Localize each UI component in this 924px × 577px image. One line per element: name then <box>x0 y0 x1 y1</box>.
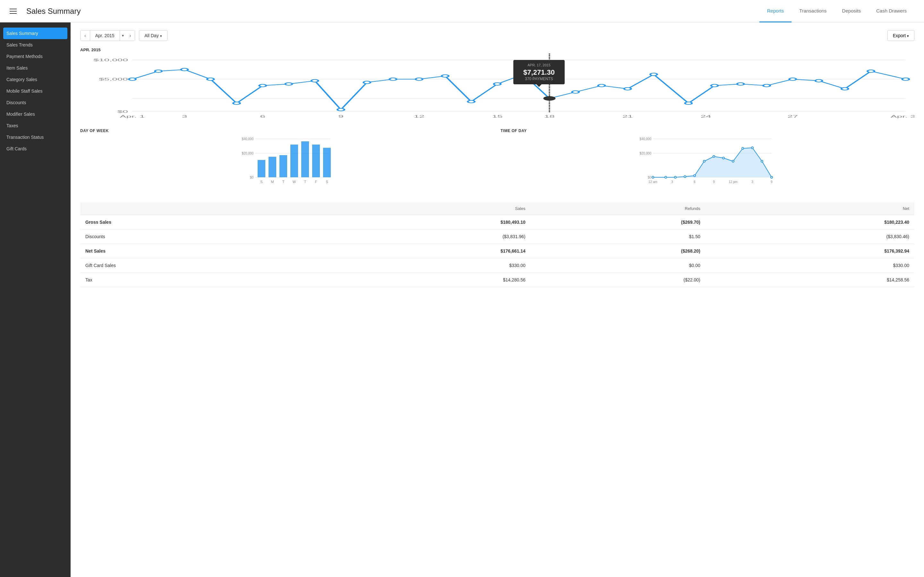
sidebar-item-transaction-status[interactable]: Transaction Status <box>0 131 71 143</box>
sidebar-item-category-sales[interactable]: Category Sales <box>0 74 71 85</box>
sidebar-item-modifier-sales[interactable]: Modifier Sales <box>0 108 71 120</box>
table-row: Tax $14,280.56 ($22.00) $14,258.56 <box>80 273 914 287</box>
svg-text:$0: $0 <box>118 110 128 113</box>
svg-point-77 <box>665 176 667 178</box>
day-chart-svg: $40,000 $20,000 $0 S M T <box>80 135 494 193</box>
next-date-button[interactable]: › <box>126 31 135 41</box>
export-button[interactable]: Export ▾ <box>887 30 914 41</box>
row-net: $180,223.40 <box>706 215 914 229</box>
svg-point-16 <box>363 81 371 84</box>
svg-text:3: 3 <box>182 114 187 118</box>
svg-text:$20,000: $20,000 <box>640 152 652 155</box>
svg-point-20 <box>468 100 475 103</box>
svg-point-88 <box>771 176 772 178</box>
svg-text:9: 9 <box>338 114 344 118</box>
svg-text:$0: $0 <box>250 176 254 179</box>
top-nav: Sales Summary Reports Transactions Depos… <box>0 0 924 23</box>
col-header-net: Net <box>706 202 914 215</box>
sidebar-item-discounts[interactable]: Discounts <box>0 97 71 108</box>
tab-cash-drawers[interactable]: Cash Drawers <box>869 0 914 23</box>
svg-rect-56 <box>268 157 276 177</box>
row-sales: $330.00 <box>321 258 530 273</box>
svg-point-29 <box>685 102 692 105</box>
svg-text:Apr. 30: Apr. 30 <box>891 114 914 118</box>
row-sales: $176,661.14 <box>321 244 530 258</box>
svg-point-81 <box>703 160 705 162</box>
svg-point-12 <box>259 84 266 87</box>
row-label: Gift Card Sales <box>80 258 321 273</box>
svg-text:3: 3 <box>671 180 673 184</box>
svg-rect-55 <box>258 160 265 177</box>
tab-transactions[interactable]: Transactions <box>792 0 834 23</box>
svg-text:$0: $0 <box>648 176 652 179</box>
row-refunds: ($22.00) <box>531 273 706 287</box>
svg-point-85 <box>742 147 744 149</box>
day-of-week-chart: DAY OF WEEK $40,000 $20,000 $0 <box>80 129 494 195</box>
svg-rect-58 <box>290 145 298 177</box>
date-label[interactable]: Apr. 2015 <box>90 31 120 41</box>
svg-point-78 <box>674 176 676 178</box>
row-sales: ($3,831.96) <box>321 229 530 244</box>
svg-point-31 <box>737 83 744 85</box>
svg-point-83 <box>722 157 724 159</box>
svg-point-86 <box>751 147 753 149</box>
sidebar-item-item-sales[interactable]: Item Sales <box>0 62 71 74</box>
small-charts-row: DAY OF WEEK $40,000 $20,000 $0 <box>80 129 914 195</box>
row-label: Discounts <box>80 229 321 244</box>
svg-text:12 pm: 12 pm <box>729 180 738 184</box>
line-chart-section: APR. 2015 APR. 17, 2015 $7,271.30 370 PA… <box>80 47 914 125</box>
tab-deposits[interactable]: Deposits <box>835 0 869 23</box>
svg-point-87 <box>761 160 763 162</box>
svg-text:S: S <box>326 180 328 184</box>
svg-point-36 <box>867 70 875 73</box>
svg-point-9 <box>181 68 188 71</box>
sidebar-item-taxes[interactable]: Taxes <box>0 120 71 131</box>
sidebar-item-gift-cards[interactable]: Gift Cards <box>0 143 71 155</box>
row-label: Net Sales <box>80 244 321 258</box>
time-of-day-chart: TIME OF DAY $40,000 $20,000 $0 <box>501 129 914 195</box>
chart-month-label: APR. 2015 <box>80 47 914 52</box>
svg-text:Apr. 1: Apr. 1 <box>120 114 145 118</box>
svg-point-30 <box>711 84 718 87</box>
svg-point-7 <box>129 78 136 81</box>
svg-point-10 <box>207 78 214 81</box>
svg-point-11 <box>233 102 240 105</box>
svg-point-19 <box>442 75 449 77</box>
table-row: Gross Sales $180,493.10 ($269.70) $180,2… <box>80 215 914 229</box>
svg-text:S: S <box>260 180 262 184</box>
tab-reports[interactable]: Reports <box>759 0 792 23</box>
svg-text:M: M <box>271 180 274 184</box>
svg-point-15 <box>338 108 344 111</box>
time-chart-svg: $40,000 $20,000 $0 <box>501 135 914 193</box>
svg-point-32 <box>763 84 771 87</box>
table-row: Gift Card Sales $330.00 $0.00 $330.00 <box>80 258 914 273</box>
svg-text:9: 9 <box>771 180 772 184</box>
time-filter-dropdown[interactable]: All Day ▾ <box>139 30 167 41</box>
svg-text:15: 15 <box>492 114 502 118</box>
svg-point-22 <box>520 73 527 76</box>
svg-text:W: W <box>292 180 296 184</box>
row-refunds: ($269.70) <box>531 215 706 229</box>
sidebar-item-sales-summary[interactable]: Sales Summary <box>3 27 67 39</box>
prev-date-button[interactable]: ‹ <box>81 31 90 41</box>
svg-point-21 <box>494 83 501 85</box>
row-label: Tax <box>80 273 321 287</box>
col-header-sales: Sales <box>321 202 530 215</box>
sidebar-item-sales-trends[interactable]: Sales Trends <box>0 39 71 51</box>
svg-point-82 <box>713 155 715 157</box>
sidebar-item-payment-methods[interactable]: Payment Methods <box>0 51 71 62</box>
svg-text:T: T <box>282 180 284 184</box>
day-chart-title: DAY OF WEEK <box>80 129 494 133</box>
svg-text:$20,000: $20,000 <box>242 152 254 155</box>
sidebar-item-mobile-staff-sales[interactable]: Mobile Staff Sales <box>0 85 71 97</box>
svg-text:$40,000: $40,000 <box>242 137 254 141</box>
top-nav-tabs: Reports Transactions Deposits Cash Drawe… <box>759 0 914 23</box>
row-net: $176,392.94 <box>706 244 914 258</box>
svg-text:3: 3 <box>751 180 753 184</box>
svg-text:12 am: 12 am <box>648 180 657 184</box>
svg-point-25 <box>572 91 579 93</box>
page-title: Sales Summary <box>26 7 759 16</box>
svg-text:21: 21 <box>622 114 633 118</box>
hamburger-menu[interactable] <box>10 9 17 14</box>
svg-point-18 <box>415 78 423 81</box>
